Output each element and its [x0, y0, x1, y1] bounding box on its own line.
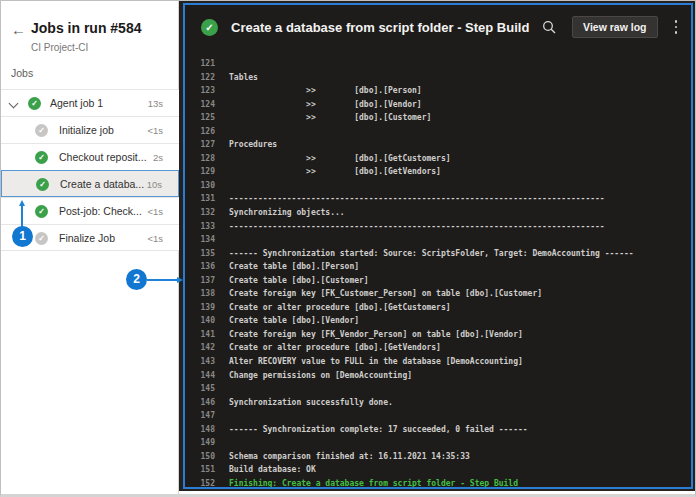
log-line-text: Tables — [229, 71, 258, 85]
log-line-127: 127Procedures — [185, 138, 691, 152]
log-line-number: 127 — [185, 138, 215, 152]
job-item-1[interactable]: ✓Initialize job<1s — [1, 116, 179, 143]
job-item-2[interactable]: ✓Checkout reposit...2s — [1, 143, 179, 170]
back-arrow-icon[interactable]: ← — [11, 21, 26, 38]
view-raw-log-button[interactable]: View raw log — [572, 16, 657, 38]
log-line-text: Procedures — [229, 138, 277, 152]
job-item-label: Post-job: Check... — [59, 205, 142, 217]
log-line-number: 135 — [185, 247, 215, 261]
log-line-number: 132 — [185, 206, 215, 220]
page-title: Jobs in run #584 — [31, 20, 141, 36]
job-item-duration: <1s — [147, 233, 163, 244]
step-title: Create a database from script folder - S… — [231, 20, 542, 35]
success-check-icon: ✓ — [35, 151, 48, 164]
log-line-128: 128 >> [dbo].[GetCustomers] — [185, 152, 691, 166]
log-line-number: 137 — [185, 274, 215, 288]
log-line-text: Create or alter procedure [dbo].[GetVend… — [229, 341, 441, 355]
log-line-text: Create foreign key [FK_Vendor_Person] on… — [229, 328, 523, 342]
log-panel-inner: ✓ Create a database from script folder -… — [183, 3, 693, 489]
job-item-duration: <1s — [147, 206, 163, 217]
log-header: ✓ Create a database from script folder -… — [185, 5, 691, 49]
skipped-check-icon: ✓ — [35, 124, 48, 137]
log-line-139: 139Create or alter procedure [dbo].[GetC… — [185, 301, 691, 315]
log-line-text: Create table [dbo].[Vendor] — [229, 314, 359, 328]
success-check-icon: ✓ — [35, 205, 48, 218]
job-item-label: Finalize Job — [59, 232, 115, 244]
log-line-number: 139 — [185, 301, 215, 315]
job-item-duration: <1s — [147, 125, 163, 136]
log-line-number: 148 — [185, 423, 215, 437]
log-line-131: 131-------------------------------------… — [185, 192, 691, 206]
log-line-137: 137Create table [dbo].[Customer] — [185, 274, 691, 288]
log-line-number: 133 — [185, 220, 215, 234]
log-line-number: 131 — [185, 192, 215, 206]
log-line-140: 140Create table [dbo].[Vendor] — [185, 314, 691, 328]
log-line-number: 150 — [185, 450, 215, 464]
log-line-number: 129 — [185, 165, 215, 179]
job-item-4[interactable]: ✓Post-job: Check...<1s — [1, 197, 179, 224]
log-line-149: 149 — [185, 436, 691, 450]
log-line-121: 121 — [185, 57, 691, 71]
log-line-143: 143Alter RECOVERY value to FULL in the d… — [185, 355, 691, 369]
more-options-icon[interactable] — [671, 17, 682, 37]
callout-2-line — [147, 279, 177, 281]
log-line-152: 152Finishing: Create a database from scr… — [185, 477, 691, 487]
log-line-number: 149 — [185, 436, 215, 450]
log-line-number: 136 — [185, 260, 215, 274]
log-panel: ✓ Create a database from script folder -… — [179, 1, 695, 491]
log-line-144: 144Change permissions on [DemoAccounting… — [185, 369, 691, 383]
job-item-3[interactable]: ✓Create a databa...10s — [1, 170, 179, 197]
log-line-134: 134 — [185, 233, 691, 247]
jobs-sidebar: ← Jobs in run #584 CI Project-CI Jobs ✓A… — [1, 1, 179, 494]
log-line-text: Create foreign key [FK_Customer_Person] … — [229, 287, 542, 301]
log-line-150: 150Schema comparison finished at: 16.11.… — [185, 450, 691, 464]
log-line-136: 136Create table [dbo].[Person] — [185, 260, 691, 274]
log-line-141: 141Create foreign key [FK_Vendor_Person]… — [185, 328, 691, 342]
job-item-label: Create a databa... — [60, 178, 144, 190]
chevron-down-icon[interactable] — [9, 99, 19, 109]
log-line-text: Build database: OK — [229, 463, 316, 477]
success-check-icon: ✓ — [201, 19, 218, 36]
log-line-text: Synchronization successfully done. — [229, 396, 393, 410]
log-line-129: 129 >> [dbo].[GetVendors] — [185, 165, 691, 179]
job-item-duration: 10s — [147, 179, 162, 190]
log-line-text: ----------------------------------------… — [229, 192, 605, 206]
log-line-text: ------ Synchronization started: Source: … — [229, 247, 634, 261]
log-line-number: 141 — [185, 328, 215, 342]
log-line-text: >> [dbo].[GetVendors] — [229, 165, 441, 179]
log-line-text: Create table [dbo].[Customer] — [229, 274, 369, 288]
success-check-icon: ✓ — [28, 97, 41, 110]
log-line-number: 128 — [185, 152, 215, 166]
log-line-text: ----------------------------------------… — [229, 220, 605, 234]
log-line-146: 146Synchronization successfully done. — [185, 396, 691, 410]
log-line-124: 124 >> [dbo].[Vendor] — [185, 98, 691, 112]
log-line-138: 138Create foreign key [FK_Customer_Perso… — [185, 287, 691, 301]
job-item-duration: 2s — [153, 152, 163, 163]
log-line-122: 122Tables — [185, 71, 691, 85]
log-line-text: Alter RECOVERY value to FULL in the data… — [229, 355, 523, 369]
log-line-text: Create or alter procedure [dbo].[GetCust… — [229, 301, 451, 315]
callout-1-arrowhead — [19, 200, 25, 206]
log-line-130: 130 — [185, 179, 691, 193]
log-line-135: 135------ Synchronization started: Sourc… — [185, 247, 691, 261]
log-line-number: 143 — [185, 355, 215, 369]
log-line-text: Change permissions on [DemoAccounting] — [229, 369, 412, 383]
log-line-142: 142Create or alter procedure [dbo].[GetV… — [185, 341, 691, 355]
callout-1-line — [21, 205, 23, 227]
log-line-number: 145 — [185, 382, 215, 396]
log-line-132: 132Synchronizing objects... — [185, 206, 691, 220]
log-line-text: Create table [dbo].[Person] — [229, 260, 359, 274]
log-line-text: Synchronizing objects... — [229, 206, 345, 220]
pipeline-name: CI Project-CI — [31, 42, 88, 53]
jobs-section-label: Jobs — [11, 67, 33, 79]
log-body[interactable]: 121122Tables123 >> [dbo].[Person]124 >> … — [185, 49, 691, 487]
job-item-0[interactable]: ✓Agent job 113s — [1, 89, 179, 116]
job-item-label: Agent job 1 — [50, 97, 103, 109]
log-line-148: 148------ Synchronization complete: 17 s… — [185, 423, 691, 437]
callout-2-arrowhead — [177, 277, 183, 283]
log-line-number: 134 — [185, 233, 215, 247]
log-line-123: 123 >> [dbo].[Person] — [185, 84, 691, 98]
search-icon[interactable] — [542, 20, 556, 34]
log-line-133: 133-------------------------------------… — [185, 220, 691, 234]
pipeline-run-window: ← Jobs in run #584 CI Project-CI Jobs ✓A… — [0, 0, 696, 497]
